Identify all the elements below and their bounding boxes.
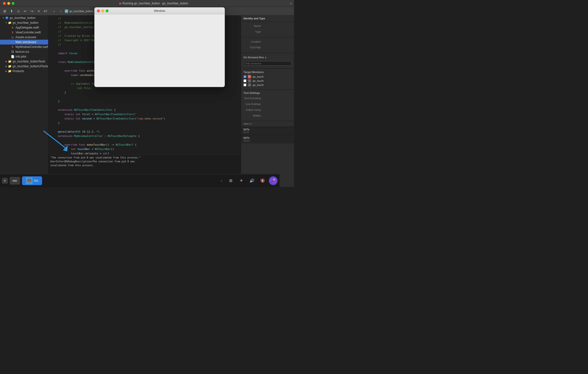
disclosure-uitests[interactable]: ▶ [5, 65, 8, 68]
touchbar-mute-icon[interactable]: 🔇 [258, 176, 267, 185]
sidebar-item-mywindowcontroller[interactable]: ▶ S MyWindowController.swift M [0, 44, 48, 49]
inspector-target-1-checkbox[interactable] [243, 75, 246, 78]
touchbar-volume-icon[interactable]: 🔊 [248, 176, 256, 185]
touchbar-display-icon[interactable]: ⊞ [226, 176, 235, 185]
sidebar-products-label: Products [12, 69, 24, 73]
sidebar-item-uitests[interactable]: ▶ 📁 go_touchbar_buttonUITests [0, 64, 48, 69]
inspector-target-2-checkbox[interactable] [243, 79, 246, 82]
inspector-target-1-label: go_touch [253, 75, 263, 78]
toolbar-btn-back[interactable]: ↩ [22, 8, 28, 14]
segment-btn-1[interactable] [244, 123, 248, 124]
touchbar-close-button[interactable]: ✕ [2, 178, 8, 184]
disclosure-root[interactable]: ▼ [2, 16, 5, 19]
inspector-ondemand-header: On Demand Res s [243, 55, 292, 60]
floating-titlebar: Window [94, 8, 225, 14]
sidebar-item-assets[interactable]: ▶ 🗂 Assets.xcassets [0, 35, 48, 40]
code-line [48, 125, 241, 130]
touchbar-esc-button[interactable]: esc [10, 177, 20, 185]
inspector-widths-row: Widths [243, 113, 292, 118]
minimize-button[interactable] [7, 2, 10, 5]
sidebar-uitests-label: go_touchbar_buttonUITests [12, 64, 48, 68]
inspector-target-2-label: go_touch [253, 79, 263, 82]
touchbar-go-button[interactable]: 🐻 Go [22, 176, 42, 185]
code-line [48, 138, 241, 143]
code-line [48, 95, 241, 99]
inspector-targets-title: Target Members [243, 71, 292, 74]
sidebar-item-viewcontroller[interactable]: ▶ S ViewController.swift [0, 30, 48, 35]
touchbar-siri-button[interactable]: 🎤 [269, 176, 278, 185]
sidebar-item-appdelegate[interactable]: ▶ S AppDelegate.swift [0, 25, 48, 30]
toolbar-btn-tag[interactable]: 🏷 [42, 8, 48, 14]
inspector-ondemand-input[interactable] [243, 61, 292, 65]
touchbar-right-controls: ‹ ⊞ ☀ 🔊 🔇 🎤 [219, 176, 278, 185]
code-line: } [48, 99, 241, 104]
disclosure-products[interactable]: ▶ [5, 70, 8, 73]
inspector-target-1-row[interactable]: A go_touch [243, 75, 292, 78]
inspector-location-label: Location [243, 40, 263, 43]
inspector-textsettings-section: Text Settings Text Encoding Line Endings… [241, 89, 294, 121]
inspector-fullpath-row: Full Path [243, 45, 292, 50]
floating-traffic [97, 10, 109, 12]
inspector-target-3-row[interactable]: A go_touch [243, 83, 292, 87]
hamburger-icon[interactable]: ≡ [290, 2, 294, 5]
touchbar-go-icon: 🐻 [26, 177, 33, 184]
touchbar-brightness-icon[interactable]: ☀ [237, 176, 246, 185]
floating-window-content [94, 14, 225, 87]
floating-close-btn[interactable] [97, 10, 100, 12]
nav-forward-button[interactable]: › [58, 8, 64, 14]
assets-icon: 🗂 [11, 35, 14, 39]
uitests-icon: 📁 [8, 64, 12, 68]
floating-minimize-btn[interactable] [101, 10, 104, 12]
inspector-ondemand-section: On Demand Res s [241, 53, 294, 69]
inspector-target-1-icon: A [248, 75, 251, 78]
inspector-target-2-row[interactable]: A go_touch [243, 79, 292, 83]
maximize-button[interactable] [12, 2, 14, 5]
plist-icon: 📄 [11, 55, 14, 59]
sidebar-appdelegate-label: AppDelegate.swift [15, 26, 39, 29]
tests-icon: 📁 [8, 60, 12, 63]
toolbar-btn-share[interactable]: ⬆ [9, 8, 14, 14]
segment-btn-2[interactable] [248, 123, 252, 124]
disclosure-tests[interactable]: ▶ [5, 60, 8, 63]
sidebar-item-mainstoryboard[interactable]: ▶ □ Main.storyboard [0, 40, 48, 44]
toolbar-btn-grid[interactable]: ⊞ [2, 8, 8, 14]
code-line: static let second = NSTouchBarItemIdenti… [48, 117, 241, 121]
floating-window-title: Window [154, 9, 165, 12]
inspector-type-label: Type [243, 30, 263, 33]
appdelegate-icon: S [11, 26, 14, 30]
inspector-target-3-checkbox[interactable] [243, 84, 246, 86]
disclosure-folder-main[interactable]: ▼ [5, 21, 8, 24]
breadcrumb-scheme[interactable]: go_touchbar_button [69, 10, 93, 12]
segment-control-1[interactable] [243, 123, 252, 125]
inspector-segments [241, 121, 294, 127]
close-button[interactable] [3, 2, 6, 5]
sidebar-item-root[interactable]: ▼ 🔷 go_touchbar_button [0, 15, 48, 20]
nav-back-button[interactable]: ‹ [51, 8, 57, 14]
inspector-type-row: Type [243, 29, 292, 34]
debug-line-3: invalidated from this process. [50, 163, 239, 167]
inspector-target-3-icon: A [248, 83, 251, 87]
inspector-identity: Name Type [241, 21, 294, 37]
toolbar-btn-list[interactable]: ≡ [36, 8, 42, 14]
toolbar-btn-warning[interactable]: ⚠ [15, 8, 21, 14]
inspector-ondemand-input-row[interactable] [243, 61, 292, 65]
sidebar-item-tests[interactable]: ▶ 📁 go_touchbar_buttonTests [0, 59, 48, 64]
sidebar-folder-main-label: go_touchbar_button [12, 21, 38, 24]
inspector-panel: Identity and Type Name Type Location Ful… [241, 15, 294, 187]
touchbar-preview-2: NSTe space [241, 135, 294, 143]
root-icon: 🔷 [5, 16, 9, 20]
sidebar-item-favicon[interactable]: ▶ 🖼 favicon.ico [0, 49, 48, 54]
sidebar-item-products[interactable]: ▶ 📁 Products [0, 69, 48, 74]
floating-maximize-btn[interactable] [106, 10, 109, 12]
inspector-ondemand-label: On Demand Res [243, 56, 264, 59]
code-line: override func makeTouchBar() -> NSTouchB… [48, 143, 241, 147]
mywindow-icon: S [11, 45, 14, 49]
sidebar-item-folder-main[interactable]: ▼ 📁 go_touchbar_button [0, 20, 48, 25]
touchbar-left-chevron[interactable]: ‹ [219, 178, 224, 184]
toolbar-btn-forward[interactable]: ↪ [29, 8, 35, 14]
sidebar-item-plist[interactable]: ▶ 📄 Info.plist [0, 54, 48, 59]
inspector-targets-section: Target Members A go_touch A go_touch A g… [241, 69, 294, 89]
code-line: let touchBar = NSTouchBar() [48, 147, 241, 151]
code-line: static let first = NSTouchBarItemIdentif… [48, 112, 241, 117]
favicon-icon: 🖼 [11, 50, 14, 54]
